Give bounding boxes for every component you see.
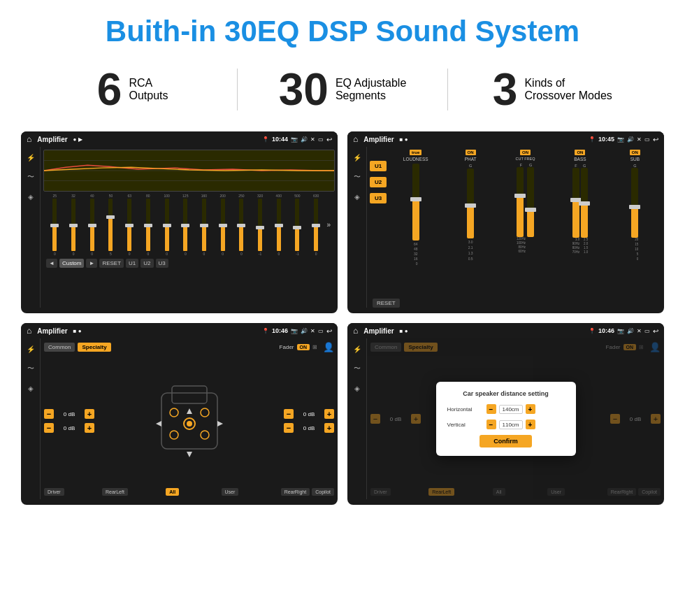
- vol-icon-3: 🔊: [301, 328, 308, 334]
- horizontal-minus-btn[interactable]: −: [486, 404, 496, 414]
- fader-sliders-icon[interactable]: ⊞: [312, 344, 317, 350]
- track-cutfreq-f[interactable]: [517, 167, 524, 237]
- rearleft-btn[interactable]: RearLeft: [102, 488, 128, 496]
- eq-icon-2[interactable]: ⚡: [351, 151, 363, 164]
- vertical-minus-btn[interactable]: −: [486, 420, 496, 429]
- u2-btn[interactable]: U2: [370, 177, 387, 187]
- minus-btn-2[interactable]: −: [44, 423, 54, 433]
- db-row-2: − 0 dB +: [44, 423, 94, 433]
- eq-prev-btn[interactable]: ◄: [46, 259, 57, 268]
- minus-btn-3[interactable]: −: [284, 409, 294, 419]
- speaker-icon-3[interactable]: ◈: [24, 382, 37, 394]
- wave-sidebar-icon[interactable]: 〜: [24, 171, 37, 183]
- wave-icon-2[interactable]: 〜: [351, 171, 363, 183]
- track-bass-g[interactable]: [581, 168, 588, 238]
- back-icon-3[interactable]: ↩: [326, 327, 332, 335]
- minus-btn-4[interactable]: −: [284, 423, 294, 433]
- stat-eq: 30 EQ Adjustable Segments: [238, 67, 447, 112]
- all-btn[interactable]: All: [166, 488, 179, 496]
- db-value-4: 0 dB: [295, 425, 323, 431]
- speaker-icon-2[interactable]: ◈: [351, 190, 363, 203]
- plus-btn-4[interactable]: +: [324, 423, 334, 433]
- track-bass-f[interactable]: [572, 168, 579, 238]
- eq-slider-320[interactable]: 320 -1: [252, 194, 269, 256]
- eq-slider-125[interactable]: 125 0: [177, 194, 194, 256]
- car-diagram-area: [97, 372, 281, 470]
- phat-labels: 3.0 2.1 1.3 0.5: [468, 240, 473, 261]
- track-phat[interactable]: [467, 169, 474, 238]
- eq-slider-32[interactable]: 32 0: [65, 194, 82, 256]
- rearright-btn[interactable]: RearRight: [281, 488, 310, 496]
- eq-slider-500[interactable]: 500 -1: [289, 194, 306, 256]
- specialty-tab[interactable]: Specialty: [78, 343, 110, 352]
- copilot-btn[interactable]: Copilot: [312, 488, 334, 496]
- speaker-sidebar-icon[interactable]: ◈: [24, 190, 37, 203]
- eq-slider-50[interactable]: 50 5: [102, 194, 120, 256]
- common-tab[interactable]: Common: [44, 343, 75, 352]
- minus-btn-1[interactable]: −: [44, 409, 54, 419]
- eq-custom-btn[interactable]: Custom: [59, 259, 85, 268]
- on-badge-phat: ON: [466, 150, 476, 155]
- sidebar-1: ⚡ 〜 ◈: [21, 147, 41, 308]
- track-cutfreq-g[interactable]: [527, 167, 534, 237]
- bass-f-labels: 3.0 90Hz 80Hz 70Hz: [572, 238, 580, 254]
- back-icon-2[interactable]: ↩: [653, 136, 658, 143]
- col-bass: ON BASS F 3.0 90Hz: [554, 150, 606, 305]
- home-icon-1[interactable]: ⌂: [27, 134, 31, 144]
- back-icon-1[interactable]: ↩: [326, 136, 332, 143]
- screen4-body: ⚡ 〜 ◈ Common Specialty Fader ON ⊞ 👤: [347, 338, 664, 499]
- camera-icon-2: 📷: [617, 136, 624, 143]
- home-icon-3[interactable]: ⌂: [27, 326, 31, 336]
- eq-slider-160[interactable]: 160 0: [196, 194, 213, 256]
- home-icon-4[interactable]: ⌂: [353, 326, 358, 336]
- eq-icon-4[interactable]: ⚡: [351, 343, 363, 355]
- eq-slider-80[interactable]: 80 0: [140, 194, 157, 256]
- eq-slider-63[interactable]: 63 0: [121, 194, 138, 256]
- eq-slider-40[interactable]: 40 0: [83, 194, 101, 256]
- user-btn[interactable]: User: [222, 488, 239, 496]
- eq-slider-25[interactable]: 25 0: [46, 194, 64, 256]
- eq-icon-3[interactable]: ⚡: [24, 343, 37, 355]
- speaker-icon-4[interactable]: ◈: [351, 382, 363, 394]
- vertical-plus-btn[interactable]: +: [526, 420, 535, 429]
- eq-chart: [43, 150, 335, 192]
- db-value-1: 0 dB: [55, 411, 83, 417]
- u3-btn[interactable]: U3: [370, 193, 387, 203]
- eq-u1-btn[interactable]: U1: [126, 259, 138, 268]
- svg-point-8: [201, 431, 209, 439]
- eq-slider-400[interactable]: 400 0: [270, 194, 287, 256]
- wave-icon-4[interactable]: 〜: [351, 362, 363, 375]
- eq-slider-100[interactable]: 100 0: [158, 194, 175, 256]
- eq-slider-200[interactable]: 200 0: [214, 194, 231, 256]
- plus-btn-1[interactable]: +: [85, 409, 94, 419]
- plus-btn-2[interactable]: +: [85, 423, 94, 433]
- next-arrow[interactable]: »: [325, 221, 332, 229]
- back-icon-4[interactable]: ↩: [653, 327, 658, 335]
- on-badge-cutfreq: ON: [520, 150, 531, 155]
- crossover-reset-btn[interactable]: RESET: [373, 299, 400, 308]
- svg-point-10: [187, 421, 192, 427]
- eq-reset-btn[interactable]: RESET: [99, 259, 124, 268]
- eq-play-btn[interactable]: ►: [86, 259, 97, 268]
- sidebar-3: ⚡ 〜 ◈: [21, 338, 41, 499]
- home-icon-2[interactable]: ⌂: [353, 134, 358, 144]
- svg-rect-4: [172, 386, 207, 403]
- on-toggle[interactable]: ON: [297, 344, 310, 350]
- screen-distance: ⌂ Amplifier ■ ● 📍 10:46 📷 🔊 ✕ ▭ ↩ ⚡ 〜 ◈ …: [347, 323, 664, 505]
- wave-icon-3[interactable]: 〜: [24, 362, 37, 375]
- eq-sidebar-icon[interactable]: ⚡: [24, 151, 37, 164]
- crossover-panel: U1 U2 U3 true LOUDNESS: [367, 147, 664, 308]
- sub-labels: 20 15 10 5 0: [631, 238, 638, 261]
- u1-btn[interactable]: U1: [370, 161, 387, 171]
- eq-slider-250[interactable]: 250 0: [233, 194, 250, 256]
- user-icon[interactable]: 👤: [323, 342, 334, 352]
- plus-btn-3[interactable]: +: [324, 409, 334, 419]
- eq-slider-630[interactable]: 630 0: [308, 194, 325, 256]
- track-sub[interactable]: [631, 168, 638, 238]
- eq-u2-btn[interactable]: U2: [140, 259, 153, 268]
- confirm-button[interactable]: Confirm: [480, 435, 532, 447]
- eq-u3-btn[interactable]: U3: [156, 259, 168, 268]
- driver-btn[interactable]: Driver: [44, 488, 64, 496]
- horizontal-plus-btn[interactable]: +: [526, 404, 535, 414]
- track-loudness[interactable]: [412, 164, 419, 241]
